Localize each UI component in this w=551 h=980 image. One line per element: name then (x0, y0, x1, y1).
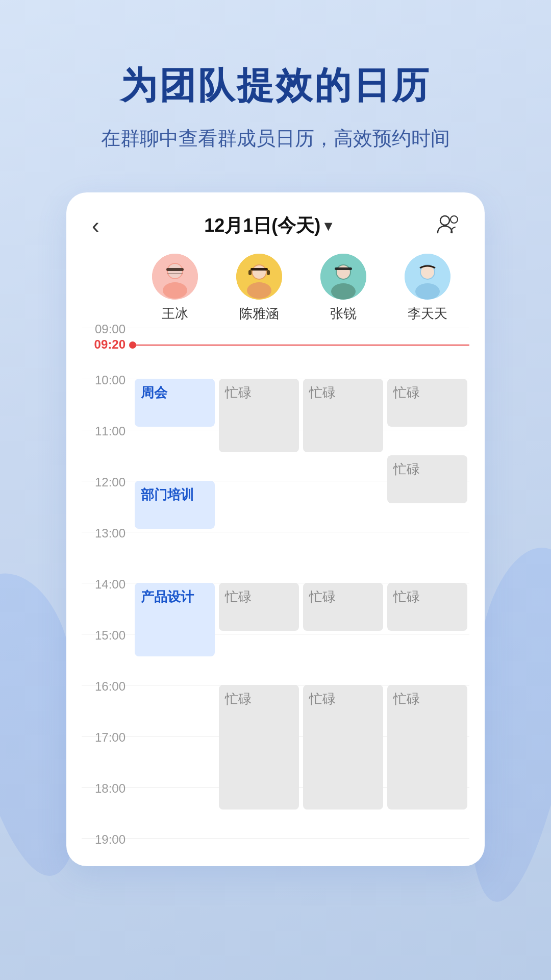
svg-point-4 (163, 282, 187, 299)
dropdown-arrow-icon[interactable]: ▾ (324, 217, 332, 234)
back-button[interactable]: ‹ (92, 213, 99, 238)
header-section: 为团队提效的日历 在群聊中查看群成员日历，高效预约时间 (0, 0, 551, 152)
svg-rect-14 (267, 270, 270, 275)
avatar-name-litiantian: 李天天 (408, 305, 447, 323)
event-col-1: 忙碌忙碌忙碌 (217, 328, 301, 866)
event-忙碌-col-3[interactable]: 忙碌 (387, 685, 467, 810)
event-忙碌-col-2[interactable]: 忙碌 (303, 685, 383, 810)
avatar-name-chenyahan: 陈雅涵 (239, 305, 279, 323)
event-col-2: 忙碌忙碌忙碌 (301, 328, 385, 866)
main-title: 为团队提效的日历 (0, 61, 551, 110)
hour-label-14: 14:00 (82, 577, 133, 592)
group-people-icon[interactable] (437, 213, 459, 238)
event-忙碌-col-3[interactable]: 忙碌 (387, 455, 467, 503)
hour-label-10: 10:00 (82, 373, 133, 387)
avatar-wangbing: 王冰 (133, 254, 217, 323)
event-产品设计-col-0[interactable]: 产品设计 (135, 583, 215, 656)
svg-rect-19 (335, 267, 352, 270)
avatar-chenyahan: 陈雅涵 (217, 254, 301, 323)
event-周会-col-0[interactable]: 周会 (135, 379, 215, 427)
hour-label-19: 19:00 (82, 832, 133, 847)
svg-rect-13 (248, 270, 252, 275)
svg-rect-12 (251, 268, 268, 271)
hour-label-13: 13:00 (82, 526, 133, 541)
svg-point-17 (331, 283, 356, 300)
avatar-name-wangbing: 王冰 (162, 305, 188, 323)
svg-point-0 (440, 216, 449, 225)
current-time-label: 09:20 (82, 337, 133, 352)
event-忙碌-col-3[interactable]: 忙碌 (387, 583, 467, 631)
avatars-section: 王冰 陈雅涵 (82, 254, 469, 323)
event-忙碌-col-1[interactable]: 忙碌 (219, 379, 299, 452)
event-部门培训-col-0[interactable]: 部门培训 (135, 481, 215, 529)
event-忙碌-col-2[interactable]: 忙碌 (303, 379, 383, 452)
hour-label-16: 16:00 (82, 679, 133, 694)
card-header: ‹ 12月1日(今天) ▾ (82, 213, 469, 254)
hour-label-18: 18:00 (82, 781, 133, 796)
svg-rect-7 (167, 273, 183, 274)
hour-label-15: 15:00 (82, 628, 133, 643)
svg-point-1 (450, 216, 458, 223)
event-忙碌-col-1[interactable]: 忙碌 (219, 685, 299, 810)
svg-rect-6 (166, 268, 184, 271)
calendar-card: ‹ 12月1日(今天) ▾ (66, 192, 485, 866)
event-col-3: 忙碌忙碌忙碌忙碌 (385, 328, 469, 866)
schedule-container: 09:0010:0011:0012:0013:0014:0015:0016:00… (82, 328, 469, 866)
date-title: 12月1日(今天) ▾ (204, 213, 332, 238)
svg-point-22 (415, 283, 440, 300)
event-忙碌-col-1[interactable]: 忙碌 (219, 583, 299, 631)
event-忙碌-col-3[interactable]: 忙碌 (387, 379, 467, 427)
event-col-0: 周会部门培训产品设计 (133, 328, 217, 866)
avatar-name-zhangrui: 张锐 (330, 305, 357, 323)
avatars-row: 王冰 陈雅涵 (133, 254, 469, 323)
hour-label-11: 11:00 (82, 424, 133, 438)
current-time-indicator: 09:20 (82, 345, 469, 346)
events-overlay: 周会部门培训产品设计忙碌忙碌忙碌忙碌忙碌忙碌忙碌忙碌忙碌忙碌 (133, 328, 469, 866)
hour-label-12: 12:00 (82, 475, 133, 489)
svg-point-18 (337, 265, 350, 279)
current-time-line (133, 345, 469, 346)
sub-title: 在群聊中查看群成员日历，高效预约时间 (0, 126, 551, 152)
svg-point-10 (247, 282, 271, 299)
avatar-litiantian: 李天天 (385, 254, 469, 323)
hour-label-9: 09:00 (82, 322, 133, 336)
avatar-zhangrui: 张锐 (301, 254, 385, 323)
event-忙碌-col-2[interactable]: 忙碌 (303, 583, 383, 631)
svg-point-11 (253, 265, 266, 279)
hour-label-17: 17:00 (82, 730, 133, 745)
